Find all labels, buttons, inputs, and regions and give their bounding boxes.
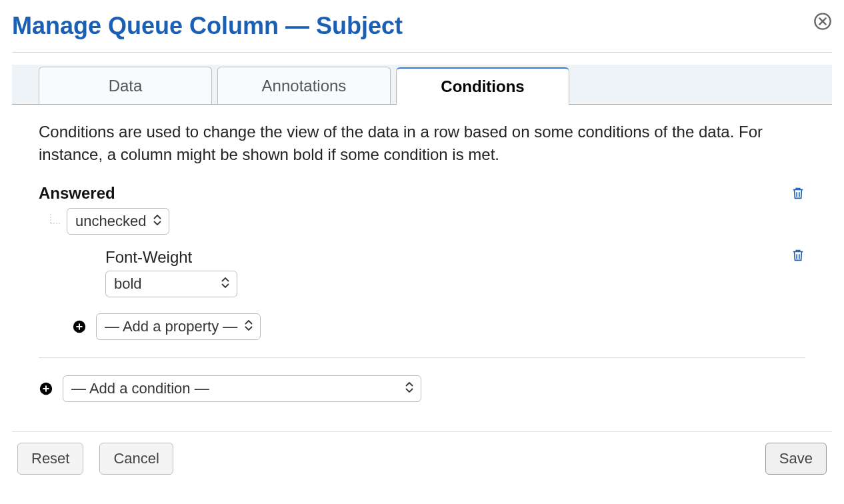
save-button[interactable]: Save	[765, 443, 827, 475]
dialog: Manage Queue Column — Subject Data Annot…	[0, 0, 844, 504]
property-label: Font-Weight	[105, 248, 237, 267]
condition-block: Answered unchecked	[39, 184, 805, 340]
tab-conditions[interactable]: Conditions	[396, 67, 569, 105]
add-condition-row: — Add a condition —	[39, 375, 805, 402]
select-value: bold	[105, 271, 237, 297]
add-property-select[interactable]: — Add a property —	[96, 313, 261, 340]
close-icon[interactable]	[813, 12, 832, 31]
dialog-footer: Reset Cancel Save	[12, 432, 832, 485]
trash-icon[interactable]	[791, 186, 805, 201]
tab-label: Data	[109, 77, 143, 95]
divider	[39, 357, 805, 358]
trash-icon[interactable]	[791, 248, 805, 263]
condition-state-select[interactable]: unchecked	[67, 208, 169, 235]
select-value: — Add a condition —	[63, 375, 421, 402]
condition-state-row: unchecked	[48, 208, 805, 235]
plus-circle-icon[interactable]	[72, 319, 87, 334]
add-condition-select[interactable]: — Add a condition —	[63, 375, 421, 402]
tab-bar: Data Annotations Conditions	[12, 65, 832, 105]
dialog-title: Manage Queue Column — Subject	[12, 12, 832, 40]
tree-connector-icon	[48, 214, 63, 229]
cancel-button[interactable]: Cancel	[99, 443, 173, 475]
tab-annotations[interactable]: Annotations	[217, 67, 391, 104]
plus-circle-icon[interactable]	[39, 381, 53, 396]
condition-name: Answered	[39, 184, 115, 203]
property-value-select[interactable]: bold	[105, 271, 237, 297]
tab-content: Conditions are used to change the view o…	[12, 105, 832, 409]
select-value: unchecked	[67, 208, 169, 235]
property-block: Font-Weight bold	[105, 248, 805, 297]
tab-label: Conditions	[441, 77, 524, 96]
add-property-row: — Add a property —	[72, 313, 805, 340]
tab-data[interactable]: Data	[39, 67, 212, 104]
conditions-description: Conditions are used to change the view o…	[39, 121, 805, 165]
separator	[12, 52, 832, 53]
reset-button[interactable]: Reset	[17, 443, 83, 475]
tab-label: Annotations	[262, 77, 347, 95]
select-value: — Add a property —	[96, 313, 261, 340]
